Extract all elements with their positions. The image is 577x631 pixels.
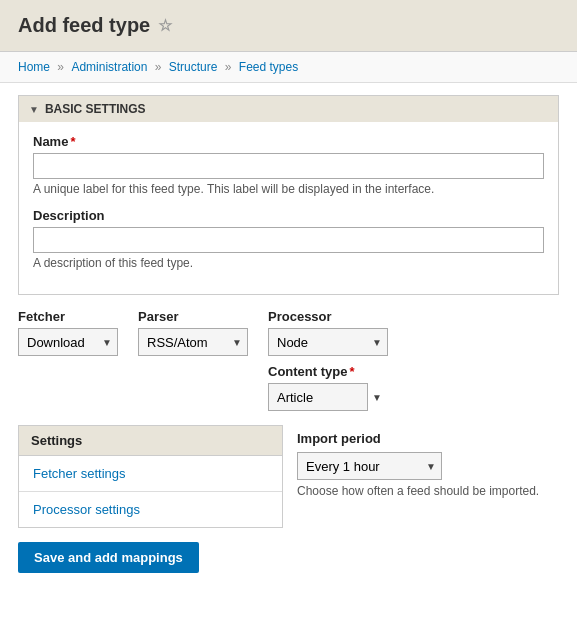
name-description: A unique label for this feed type. This … [33,182,544,196]
processor-settings-link[interactable]: Processor settings [33,502,140,517]
content-type-select-wrapper: Article Basic page ▼ [268,383,388,411]
save-and-add-mappings-button[interactable]: Save and add mappings [18,542,199,573]
page-title-text: Add feed type [18,14,150,37]
import-period-select[interactable]: Every 1 hour Every 6 hours Every 12 hour… [297,452,442,480]
import-period-description: Choose how often a feed should be import… [297,484,545,498]
parser-label: Parser [138,309,248,324]
description-field-group: Description A description of this feed t… [33,208,544,270]
processor-select[interactable]: Node User Term [268,328,388,356]
processor-ct-col: Processor Node User Term ▼ Content type* [268,309,388,411]
processor-select-wrapper: Node User Term ▼ [268,328,388,356]
breadcrumb-administration[interactable]: Administration [71,60,147,74]
page-header: Add feed type ☆ [0,0,577,52]
basic-settings-header: ▼ BASIC SETTINGS [19,96,558,122]
import-period-section: Import period Every 1 hour Every 6 hours… [283,425,559,504]
basic-settings-body: Name* A unique label for this feed type.… [19,122,558,294]
settings-box-header: Settings [19,426,282,456]
breadcrumb-sep-1: » [57,60,67,74]
fpp-and-ct: Fetcher Download Upload HTTP FTP ▼ Parse… [18,309,559,411]
parser-col: Parser RSS/Atom CSV OPML XML ▼ [138,309,248,356]
breadcrumb-structure[interactable]: Structure [169,60,218,74]
name-required-star: * [70,134,75,149]
settings-box: Settings Fetcher settings Processor sett… [18,425,283,528]
parser-select[interactable]: RSS/Atom CSV OPML XML [138,328,248,356]
basic-settings-section: ▼ BASIC SETTINGS Name* A unique label fo… [18,95,559,295]
import-period-label: Import period [297,431,545,446]
basic-settings-label: BASIC SETTINGS [45,102,146,116]
content-type-col: Content type* Article Basic page ▼ [268,364,388,411]
fetcher-col: Fetcher Download Upload HTTP FTP ▼ [18,309,118,356]
star-icon[interactable]: ☆ [158,16,172,35]
parser-select-wrapper: RSS/Atom CSV OPML XML ▼ [138,328,248,356]
content-type-select[interactable]: Article Basic page [268,383,368,411]
content-type-required-star: * [349,364,354,379]
breadcrumb-home[interactable]: Home [18,60,50,74]
processor-settings-item[interactable]: Processor settings [19,492,282,527]
content-type-select-arrow: ▼ [372,392,382,403]
processor-label: Processor [268,309,388,324]
fetcher-select[interactable]: Download Upload HTTP FTP [18,328,118,356]
content-type-label: Content type* [268,364,388,379]
description-description: A description of this feed type. [33,256,544,270]
description-label: Description [33,208,544,223]
breadcrumb-sep-3: » [225,60,235,74]
name-field-group: Name* A unique label for this feed type.… [33,134,544,196]
breadcrumb-sep-2: » [155,60,165,74]
save-button-container: Save and add mappings [18,542,559,573]
name-input[interactable] [33,153,544,179]
fetcher-label: Fetcher [18,309,118,324]
breadcrumb: Home » Administration » Structure » Feed… [0,52,577,83]
fetcher-settings-item[interactable]: Fetcher settings [19,456,282,492]
page-title: Add feed type ☆ [18,14,559,37]
fetcher-select-wrapper: Download Upload HTTP FTP ▼ [18,328,118,356]
description-input[interactable] [33,227,544,253]
fetcher-settings-link[interactable]: Fetcher settings [33,466,126,481]
settings-import-row: Settings Fetcher settings Processor sett… [18,425,559,528]
name-label: Name* [33,134,544,149]
processor-col: Processor Node User Term ▼ [268,309,388,356]
collapse-icon[interactable]: ▼ [29,104,39,115]
breadcrumb-feed-types[interactable]: Feed types [239,60,298,74]
main-content: ▼ BASIC SETTINGS Name* A unique label fo… [0,83,577,585]
import-period-select-wrapper: Every 1 hour Every 6 hours Every 12 hour… [297,452,442,480]
